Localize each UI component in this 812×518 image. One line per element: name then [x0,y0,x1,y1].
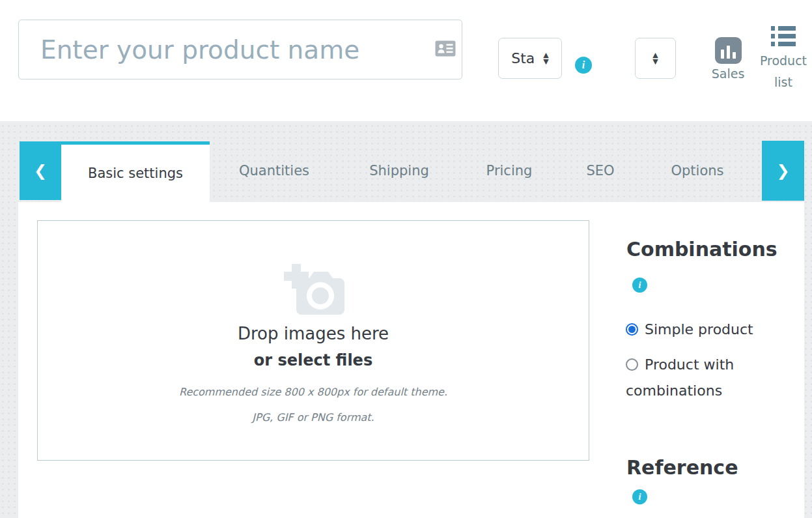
secondary-select[interactable]: ▲▼ [635,38,676,79]
basic-settings-panel: Drop images here or select files Recomme… [18,202,804,518]
status-select-value: Sta [511,50,535,66]
radio-simple-product[interactable]: Simple product [626,317,804,343]
tab-quantities[interactable]: Quantities [239,141,309,200]
bar-chart-icon [715,37,742,64]
list-icon [771,26,796,46]
tab-basic-settings[interactable]: Basic settings [61,141,210,202]
tabs-prev-button[interactable]: ❮ [20,141,61,200]
dropzone-title: Drop images here [238,324,389,343]
reference-heading: Reference [626,456,738,479]
radio-icon [626,358,638,371]
product-list-button[interactable]: Product list [753,26,812,93]
tab-shipping[interactable]: Shipping [369,141,429,200]
dropzone-subtitle: or select files [254,351,372,369]
status-info-icon[interactable]: i [575,57,592,74]
dropzone-format-hint: JPG, GIF or PNG format. [252,411,374,424]
tabs-next-button[interactable]: ❯ [762,141,804,201]
tab-pricing[interactable]: Pricing [486,141,533,200]
chevron-right-icon: ❯ [776,162,789,180]
image-dropzone[interactable]: Drop images here or select files Recomme… [37,220,589,461]
product-tabbar: ❮ Basic settings Quantities Shipping Pri… [0,121,812,202]
dropzone-size-hint: Recommended size 800 x 800px for default… [179,386,447,398]
product-name-input[interactable] [18,20,462,79]
radio-icon [626,323,638,336]
caret-updown-icon: ▲▼ [543,52,548,65]
camera-plus-icon [282,259,344,319]
product-edit-page: Sta ▲▼ i ▲▼ Sales [0,0,812,518]
header: Sta ▲▼ i ▲▼ Sales [0,0,812,121]
tab-label: Basic settings [88,165,183,181]
tab-seo[interactable]: SEO [586,141,614,200]
chevron-left-icon: ❮ [34,162,47,180]
combinations-info-icon[interactable]: i [632,278,647,293]
sales-button[interactable]: Sales [707,37,749,81]
sales-label: Sales [712,66,745,81]
status-select[interactable]: Sta ▲▼ [498,38,562,79]
caret-updown-icon: ▲▼ [652,52,658,65]
radio-product-with-combinations[interactable]: Product with combinations [626,352,804,404]
radio-label: Product with combinations [626,356,734,399]
product-type-options: Simple product Product with combinations [626,317,804,413]
reference-info-icon[interactable]: i [632,489,647,504]
radio-label: Simple product [645,321,753,338]
vcard-icon [435,40,456,59]
product-list-label: Product list [760,53,807,89]
side-panel: Combinations i Simple product Product wi… [625,202,805,518]
tab-options[interactable]: Options [671,141,723,200]
combinations-heading: Combinations [626,238,777,261]
